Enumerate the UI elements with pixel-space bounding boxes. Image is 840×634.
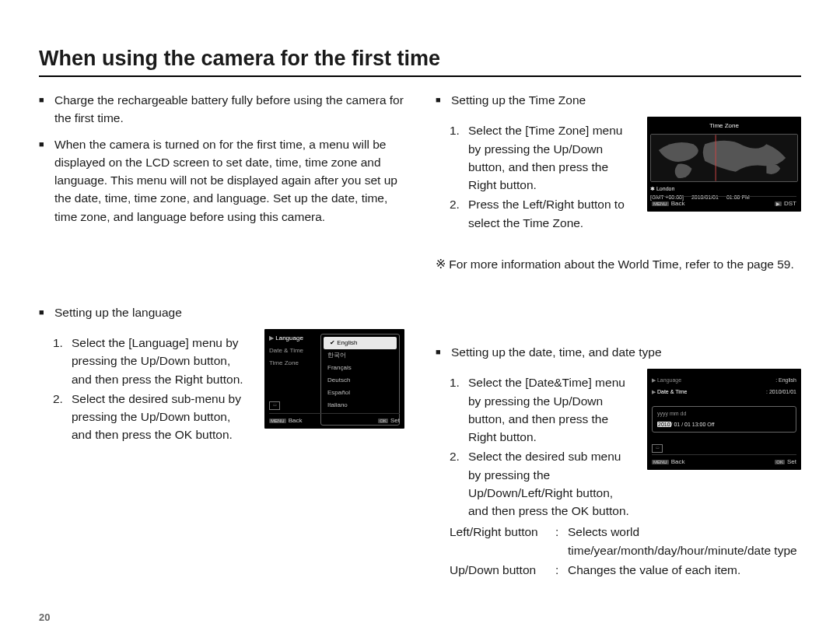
- bullet-icon: ■: [39, 303, 50, 321]
- intro-bullet-2: ■ When the camera is turned on for the f…: [39, 135, 404, 226]
- tz-city: London: [656, 186, 674, 191]
- bullet-icon: ■: [436, 343, 446, 361]
- step-text: Select the desired sub-menu by pressing …: [72, 390, 254, 444]
- step-text: Press the Left/Right button to select th…: [468, 195, 636, 232]
- bullet-icon: ■: [39, 135, 50, 226]
- lcd-footer: MENUBack ▶DST: [652, 196, 796, 208]
- kv-desc: Selects world time/year/month/day/hour/m…: [568, 523, 801, 559]
- datetime-section: 1. Select the [Date&Time] menu by pressi…: [436, 369, 801, 521]
- step-number: 1.: [53, 334, 68, 388]
- menu-btn-label: MENU: [652, 201, 669, 206]
- language-heading-text: Setting up the language: [54, 303, 404, 321]
- dt-menu: ▶ Language ▶ Date & Time: [652, 377, 687, 396]
- page-number: 20: [39, 611, 50, 623]
- step-text: Select the [Language] menu by pressing t…: [72, 334, 254, 388]
- language-step-2: 2. Select the desired sub-menu by pressi…: [53, 390, 254, 444]
- option: 한국어: [321, 349, 399, 362]
- timezone-steps: 1. Select the [Time Zone] menu by pressi…: [436, 121, 636, 233]
- dst-btn-label: ▶: [775, 201, 782, 206]
- colon: :: [555, 561, 563, 579]
- manual-page: When using the camera for the first time…: [0, 0, 840, 634]
- intro-text-1: Charge the rechargeable battery fully be…: [54, 91, 404, 128]
- page-title: When using the camera for the first time: [39, 47, 801, 77]
- step-number: 2.: [53, 390, 68, 444]
- option: Italiano: [321, 399, 399, 412]
- lcd-footer: MENUBack OKSet: [269, 413, 400, 426]
- intro-text-2: When the camera is turned on for the fir…: [54, 135, 404, 226]
- colon: :: [555, 523, 563, 559]
- dt-values: : English : 2010/01/01: [766, 377, 796, 396]
- option: Français: [321, 362, 399, 374]
- language-steps: 1. Select the [Language] menu by pressin…: [39, 334, 254, 446]
- world-map: [650, 134, 798, 182]
- timezone-heading-text: Setting up the Time Zone: [451, 91, 801, 109]
- timezone-reference-note: ※ For more information about the World T…: [436, 255, 801, 273]
- step-number: 1.: [450, 121, 465, 194]
- step-number: 2.: [450, 447, 465, 520]
- date-rest: / 01 / 01 13:00 Off: [671, 422, 715, 427]
- lcd-footer: MENUBack OKSet: [652, 454, 796, 467]
- reference-symbol: ※: [436, 257, 446, 271]
- camera-icon: ▭: [269, 401, 280, 410]
- step-number: 2.: [450, 195, 465, 232]
- option: English: [337, 339, 357, 346]
- language-heading: ■ Setting up the language: [39, 303, 404, 321]
- menu-item: Date & Time: [657, 389, 688, 394]
- button-desc-lr: Left/Right button : Selects world time/y…: [436, 523, 801, 559]
- lcd-timezone-screen: Time Zone ✱ London: [647, 117, 801, 212]
- menu-btn-label: MENU: [652, 460, 669, 464]
- datetime-heading: ■ Setting up the date, time, and date ty…: [436, 343, 801, 361]
- reference-text: For more information about the World Tim…: [449, 257, 793, 271]
- menu-item: Time Zone: [269, 359, 316, 368]
- lcd-datetime-screen: ▶ Language ▶ Date & Time : English : 201…: [647, 369, 801, 470]
- step-text: Select the [Date&Time] menu by pressing …: [468, 373, 636, 446]
- timezone-step-2: 2. Press the Left/Right button to select…: [450, 195, 636, 232]
- lcd-language-screen: ▶ Language Date & Time Time Zone ✔ Engli…: [264, 329, 404, 429]
- dt-edit-box: yyyy mm dd 2010/ 01 / 01 13:00 Off: [652, 406, 796, 433]
- menu-item: Language: [275, 335, 303, 342]
- camera-icon: ▭: [652, 444, 663, 453]
- tz-title: Time Zone: [650, 120, 798, 134]
- column-right: ■ Setting up the Time Zone 1. Select the…: [436, 91, 801, 579]
- back-label: Back: [671, 200, 685, 207]
- kv-desc: Changes the value of each item.: [568, 561, 801, 579]
- datetime-step-2: 2. Select the desired sub menu by pressi…: [450, 447, 636, 520]
- tz-city-line: ✱ London: [650, 185, 798, 194]
- set-label: Set: [390, 417, 400, 424]
- language-step-1: 1. Select the [Language] menu by pressin…: [53, 334, 254, 388]
- set-label: Set: [787, 458, 796, 465]
- intro-bullet-1: ■ Charge the rechargeable battery fully …: [39, 91, 404, 128]
- datetime-steps: 1. Select the [Date&Time] menu by pressi…: [436, 373, 636, 521]
- step-text: Select the [Time Zone] menu by pressing …: [468, 121, 636, 194]
- timezone-section: 1. Select the [Time Zone] menu by pressi…: [436, 117, 801, 233]
- datetime-step-1: 1. Select the [Date&Time] menu by pressi…: [450, 373, 636, 446]
- two-column-layout: ■ Charge the rechargeable battery fully …: [39, 91, 801, 579]
- timezone-heading: ■ Setting up the Time Zone: [436, 91, 801, 109]
- back-label: Back: [671, 458, 685, 465]
- step-number: 1.: [450, 373, 465, 446]
- menu-btn-label: MENU: [269, 419, 286, 423]
- lcd-menu-left: ▶ Language Date & Time Time Zone: [269, 334, 316, 426]
- menu-value: English: [779, 377, 796, 383]
- kv-label: Up/Down button: [450, 561, 551, 579]
- timezone-step-1: 1. Select the [Time Zone] menu by pressi…: [450, 121, 636, 194]
- menu-value: 2010/01/01: [769, 389, 796, 394]
- button-desc-ud: Up/Down button : Changes the value of ea…: [436, 561, 801, 579]
- back-label: Back: [289, 417, 303, 424]
- star-icon: ✱: [650, 186, 655, 191]
- world-map-svg: [651, 135, 797, 181]
- kv-label: Left/Right button: [450, 523, 551, 559]
- bullet-icon: ■: [39, 91, 50, 128]
- bullet-icon: ■: [436, 91, 446, 109]
- option: Español: [321, 387, 399, 399]
- step-text: Select the desired sub menu by pressing …: [468, 447, 636, 520]
- menu-item: Date & Time: [269, 346, 316, 356]
- column-left: ■ Charge the rechargeable battery fully …: [39, 91, 404, 579]
- dst-label: DST: [784, 200, 796, 207]
- ok-btn-label: OK: [378, 419, 388, 423]
- date-format: yyyy mm dd: [657, 410, 791, 419]
- option: Deutsch: [321, 374, 399, 387]
- lcd-options: ✔ English 한국어 Français Deutsch Español I…: [320, 334, 400, 426]
- ok-btn-label: OK: [775, 460, 785, 464]
- menu-item: Language: [657, 377, 681, 383]
